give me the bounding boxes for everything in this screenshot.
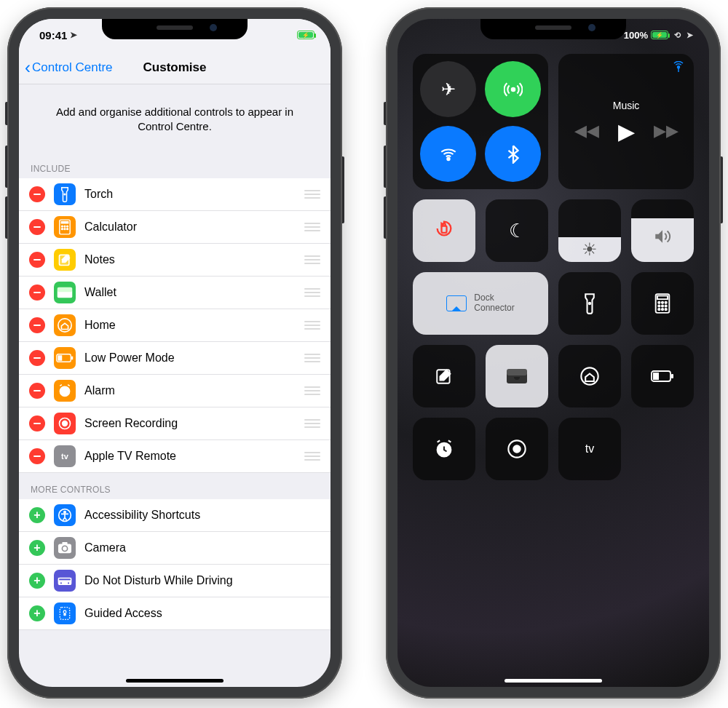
music-tile[interactable]: Music ◀◀ ▶ ▶▶ (558, 54, 694, 189)
notes-icon (54, 249, 76, 271)
remove-button[interactable] (29, 252, 45, 268)
brightness-slider[interactable]: ☀ (558, 199, 621, 262)
calc-icon (54, 216, 76, 238)
alarm-button[interactable] (413, 418, 475, 480)
svg-point-55 (513, 445, 520, 452)
screen-recording-button[interactable] (486, 418, 548, 480)
svg-point-16 (60, 386, 69, 396)
navbar: ‹ Control Centre Customise (19, 51, 331, 84)
airplay-icon[interactable] (672, 61, 685, 77)
list-row[interactable]: Guided Access (19, 597, 331, 630)
list-row[interactable]: tvApple TV Remote (19, 440, 331, 473)
dnd-toggle[interactable]: ☾ (486, 199, 548, 262)
next-track-button[interactable]: ▶▶ (654, 122, 678, 140)
lpm-icon (54, 347, 76, 369)
phone-customise: 09:41 ➤ ⚡ ‹ Control Centre Customise Add… (7, 7, 342, 699)
list-row[interactable]: Screen Recording (19, 407, 331, 440)
svg-rect-23 (62, 541, 67, 544)
play-button[interactable]: ▶ (618, 119, 635, 144)
list-row[interactable]: Camera (19, 532, 331, 565)
prev-track-button[interactable]: ◀◀ (574, 122, 599, 140)
reorder-handle[interactable] (304, 386, 320, 395)
reorder-handle[interactable] (304, 255, 320, 264)
apple-tv-remote-button[interactable]: tv (558, 418, 621, 480)
svg-rect-29 (63, 613, 66, 616)
back-button[interactable]: ‹ Control Centre (25, 59, 113, 76)
list-row[interactable]: Calculator (19, 211, 331, 244)
home-button[interactable] (558, 345, 621, 407)
list-row[interactable]: Do Not Disturb While Driving (19, 565, 331, 597)
wallet-button[interactable] (486, 345, 548, 407)
remove-button[interactable] (29, 219, 45, 235)
row-label: Home (84, 319, 296, 332)
reorder-handle[interactable] (304, 354, 320, 362)
svg-rect-14 (71, 356, 73, 359)
wifi-toggle[interactable] (420, 126, 476, 182)
svg-rect-33 (442, 226, 447, 233)
cellular-toggle[interactable] (485, 61, 541, 117)
svg-point-18 (63, 421, 68, 426)
home-indicator[interactable] (505, 679, 602, 683)
remove-button[interactable] (29, 186, 45, 202)
list-row[interactable]: Low Power Mode (19, 342, 331, 375)
svg-point-4 (64, 226, 66, 227)
reorder-handle[interactable] (304, 190, 320, 199)
list-row[interactable]: Wallet (19, 277, 331, 309)
add-button[interactable] (29, 507, 45, 523)
add-button[interactable] (29, 540, 45, 556)
svg-point-20 (64, 511, 66, 513)
location-indicator: ➤ (687, 31, 693, 40)
row-label: Notes (84, 253, 296, 266)
control-centre-grid: ✈ Music ◀◀ (397, 51, 709, 488)
svg-rect-11 (58, 287, 73, 292)
reorder-handle[interactable] (304, 321, 320, 330)
torch-button[interactable] (558, 272, 621, 335)
remove-button[interactable] (29, 448, 45, 464)
home-indicator[interactable] (126, 679, 223, 683)
remove-button[interactable] (29, 285, 45, 301)
access-icon (54, 504, 76, 526)
row-label: Calculator (84, 220, 296, 234)
calculator-icon (654, 293, 671, 314)
record-icon (54, 413, 76, 434)
row-label: Do Not Disturb While Driving (84, 574, 320, 587)
svg-point-43 (658, 309, 660, 310)
svg-point-39 (665, 302, 667, 303)
bluetooth-toggle[interactable] (485, 126, 541, 182)
low-power-button[interactable] (631, 345, 694, 407)
remove-button[interactable] (29, 317, 45, 333)
home-icon (579, 366, 600, 386)
notes-icon (435, 367, 454, 386)
airplane-mode-toggle[interactable]: ✈ (420, 61, 476, 117)
reorder-handle[interactable] (304, 223, 320, 231)
list-row[interactable]: Alarm (19, 375, 331, 407)
guided-icon (54, 602, 76, 624)
remove-button[interactable] (29, 415, 45, 431)
svg-point-41 (662, 305, 663, 306)
svg-rect-15 (58, 355, 62, 361)
notes-button[interactable] (413, 345, 475, 407)
list-row[interactable]: Torch (19, 178, 331, 211)
calculator-button[interactable] (631, 272, 694, 335)
add-button[interactable] (29, 605, 45, 621)
page-title: Customise (143, 60, 207, 75)
add-button[interactable] (29, 573, 45, 589)
apple-tv-label: tv (585, 442, 594, 456)
list-row[interactable]: Notes (19, 244, 331, 277)
reorder-handle[interactable] (304, 288, 320, 297)
svg-point-32 (678, 66, 680, 68)
rotation-lock-toggle[interactable] (413, 199, 475, 262)
svg-point-12 (58, 318, 71, 331)
row-label: Torch (84, 188, 296, 201)
reorder-handle[interactable] (304, 419, 320, 428)
remove-button[interactable] (29, 350, 45, 366)
phone-control-centre: 100% ⚡ ⟲ ➤ ✈ (386, 7, 721, 699)
remove-button[interactable] (29, 383, 45, 399)
list-row[interactable]: Accessibility Shortcuts (19, 499, 331, 532)
volume-slider[interactable] (631, 199, 694, 262)
list-row[interactable]: Home (19, 309, 331, 342)
reorder-handle[interactable] (304, 452, 320, 461)
battery-percent: 100% (624, 30, 648, 41)
chevron-left-icon: ‹ (25, 59, 31, 76)
screen-mirroring-button[interactable]: Dock Connector (413, 272, 548, 335)
